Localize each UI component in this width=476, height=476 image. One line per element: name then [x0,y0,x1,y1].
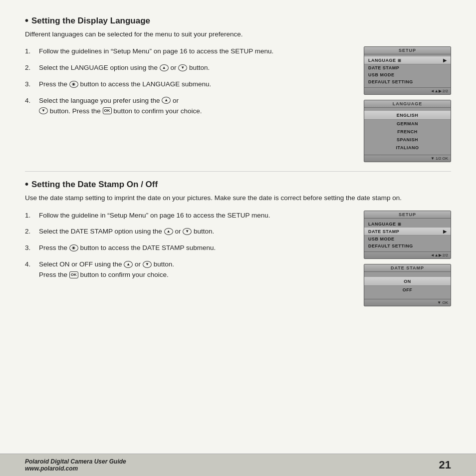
step-date-2: 2. Select the DATE STAMP option using th… [25,227,359,237]
set-button-icon2: ◉ [69,244,78,251]
up-button-icon: ▲ [160,64,169,71]
language-screen-body: ENGLISH GERMAN FRENCH SPANISH ITALIANO [364,108,451,155]
up-button-icon3: ▲ [164,228,173,235]
step-date-3: 3. Press the ◉ button to access the DATE… [25,243,359,253]
section-datestamp-title: • Setting the Date Stamp On / Off [25,179,451,190]
date-off: OFF [364,286,451,294]
step-lang-1: 1. Follow the guidelines in “Setup Menu”… [25,46,359,57]
setup-screen-body: LANGUAGE ⊞ ▶ DATE STAMP USB MODE DEFAULT… [364,54,451,87]
setup2-item-usbmode: USB MODE [364,236,451,242]
setup-screen-title: SETUP [364,47,451,54]
footer-info: Polaroid Digital Camera User Guide www.p… [25,458,126,472]
section-language: • Setting the Display Language Different… [25,15,451,162]
section-language-content: 1. Follow the guidelines in “Setup Menu”… [25,46,451,162]
section-divider [25,171,451,172]
lang-english: ENGLISH [364,111,451,120]
datestamp-screen-body: ON OFF [364,272,451,299]
step-lang-2: 2. Select the LANGUAGE option using the … [25,63,359,73]
setup-item-datestamp: DATE STAMP [364,64,451,71]
language-screen-title: LANGUAGE [364,100,451,108]
page-number: 21 [439,459,451,472]
lang-french: FRENCH [364,128,451,136]
ok-button-icon2: OK [69,271,78,278]
set-button-icon: ◉ [69,81,78,88]
setup2-item-default: DEFAULT SETTING [364,242,451,249]
datestamp-screen: DATE STAMP ON OFF ▼ OK [364,264,451,306]
lang-spanish: SPANISH [364,136,451,144]
up-button-icon2: ▲ [162,97,171,104]
setup-screen-2: SETUP LANGUAGE ⊞ DATE STAMP ▶ USB MODE [364,211,451,259]
datestamp-steps: 1. Follow the guideline in “Setup Menu” … [25,211,359,306]
section-datestamp-desc: Use the date stamp setting to imprint th… [25,193,451,203]
setup-item-usbmode: USB MODE [364,71,451,78]
lang-italiano: ITALIANO [364,144,451,152]
step-date-4: 4. Select ON or OFF using the ▲ or ▼ but… [25,259,359,280]
datestamp-screen-footer: ▼ OK [364,299,451,306]
setup-screen-footer: ◄▲▶ 2/2 [364,87,451,94]
setup-item-default: DEFAULT SETTING [364,78,451,85]
setup2-item-datestamp: DATE STAMP ▶ [364,228,451,236]
setup-screen2-body: LANGUAGE ⊞ DATE STAMP ▶ USB MODE DEFAULT… [364,219,451,251]
setup-item-language: LANGUAGE ⊞ ▶ [364,56,451,64]
down-button-icon2: ▼ [39,107,48,114]
ok-button-icon: OK [103,107,112,114]
section-datestamp-content: 1. Follow the guideline in “Setup Menu” … [25,211,451,306]
setup2-item-language: LANGUAGE ⊞ [364,221,451,228]
datestamp-screens: SETUP LANGUAGE ⊞ DATE STAMP ▶ USB MODE [364,211,451,306]
step-lang-3: 3. Press the ◉ button to access the LANG… [25,79,359,90]
date-on: ON [364,277,451,286]
section-datestamp: • Setting the Date Stamp On / Off Use th… [25,179,451,306]
datestamp-screen-title: DATE STAMP [364,264,451,272]
page-footer: Polaroid Digital Camera User Guide www.p… [0,454,476,476]
setup-screen-1: SETUP LANGUAGE ⊞ ▶ DATE STAMP USB MODE [364,46,451,95]
page: • Setting the Display Language Different… [0,0,476,476]
lang-german: GERMAN [364,120,451,128]
language-screen: LANGUAGE ENGLISH GERMAN FRENCH SPANISH I… [364,100,451,162]
down-button-icon4: ▼ [143,261,152,268]
language-steps: 1. Follow the guidelines in “Setup Menu”… [25,46,359,162]
step-date-1: 1. Follow the guideline in “Setup Menu” … [25,211,359,221]
down-button-icon: ▼ [178,64,187,71]
setup-screen2-title: SETUP [364,211,451,219]
up-button-icon4: ▲ [124,261,133,268]
down-button-icon3: ▼ [183,228,192,235]
section-language-desc: Different languages can be selected for … [25,29,451,39]
section-language-title: • Setting the Display Language [25,15,451,26]
step-lang-4: 4. Select the language you prefer using … [25,96,359,117]
setup-screen2-footer: ◄▲▶ 2/2 [364,251,451,258]
language-screen-footer: ▼ 1/2 OK [364,155,451,162]
language-screens: SETUP LANGUAGE ⊞ ▶ DATE STAMP USB MODE [364,46,451,162]
